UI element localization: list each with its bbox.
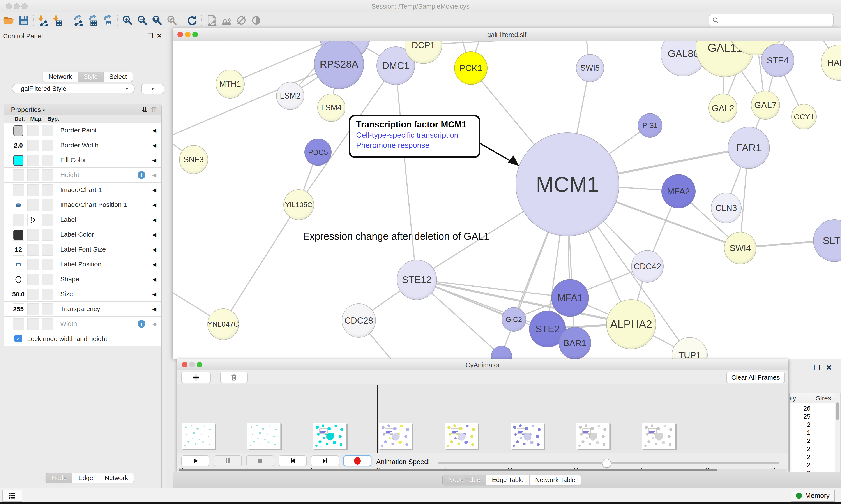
bypass-cell[interactable]	[42, 214, 53, 226]
zoom-out-icon[interactable]	[137, 15, 148, 26]
default-cell[interactable]	[13, 169, 24, 181]
frame-thumbnail-6[interactable]	[576, 423, 609, 449]
network-node-mfa2[interactable]: MFA2	[661, 174, 696, 209]
zoom-in-icon[interactable]	[122, 15, 133, 26]
bypass-cell[interactable]	[42, 303, 53, 315]
import-table-icon[interactable]	[52, 15, 64, 26]
mapping-cell[interactable]	[28, 274, 39, 285]
table-vertical-scrollbar[interactable]	[835, 393, 841, 473]
default-cell[interactable]	[13, 318, 24, 330]
property-row-fill-color[interactable]: Fill Color◀	[4, 153, 161, 168]
network-node-mcm1[interactable]: MCM1	[516, 132, 619, 236]
record-button[interactable]	[343, 455, 372, 466]
frame-thumbnail-2[interactable]	[313, 423, 346, 449]
frame-thumbnail-4[interactable]	[445, 423, 478, 449]
network-node-pdc5[interactable]: PDC5	[304, 139, 332, 166]
network-node-bar1[interactable]: BAR1	[559, 327, 591, 359]
mapping-cell[interactable]	[28, 184, 39, 196]
apply-layout-icon[interactable]	[186, 15, 198, 26]
frame-thumbnail-7[interactable]	[642, 423, 676, 449]
frame-thumbnail-3[interactable]	[379, 423, 412, 449]
expand-row-icon[interactable]: ◀	[153, 187, 156, 193]
import-network-icon[interactable]	[37, 15, 49, 26]
property-row-shape[interactable]: Shape◀	[4, 272, 161, 287]
default-cell[interactable]	[13, 199, 24, 211]
style-options-button[interactable]: ▾	[141, 84, 164, 94]
info-icon[interactable]: i	[138, 171, 145, 179]
expand-row-icon[interactable]: ◀	[153, 127, 156, 133]
add-frame-button[interactable]	[181, 372, 211, 383]
collapse-all-icon[interactable]: ⇈	[151, 106, 157, 114]
info-icon[interactable]: i	[138, 320, 145, 328]
expand-row-icon[interactable]: ◀	[153, 232, 156, 238]
mapping-cell[interactable]	[28, 289, 39, 300]
network-node-mth1[interactable]: MTH1	[216, 70, 245, 98]
default-cell[interactable]: 50.0	[13, 289, 24, 300]
bypass-cell[interactable]	[42, 274, 53, 285]
cyanimator-titlebar[interactable]: CyAnimator	[177, 360, 788, 370]
mapping-cell[interactable]	[28, 140, 39, 151]
mapping-cell[interactable]	[28, 244, 39, 255]
first-frame-button[interactable]	[279, 455, 307, 466]
network-node-swi4[interactable]: SWI4	[724, 232, 756, 264]
lock-size-checkbox[interactable]: ✓	[15, 335, 22, 342]
network-node-slt2[interactable]: SLT2	[813, 219, 841, 262]
bypass-cell[interactable]	[42, 125, 53, 137]
network-node-cdc28[interactable]: CDC28	[342, 303, 376, 338]
zoom-selected-icon[interactable]	[166, 15, 178, 26]
property-row-label-font-size[interactable]: 12Label Font Size◀	[4, 242, 161, 257]
float-panel-icon[interactable]: ❐	[814, 364, 826, 372]
network-node-swi5[interactable]: SWI5	[576, 54, 604, 82]
network-node-tup1[interactable]: TUP1	[672, 337, 708, 359]
network-node-ste12[interactable]: STE12	[397, 260, 437, 300]
default-cell[interactable]: 255	[13, 303, 24, 315]
table-cell[interactable]: 26	[789, 404, 810, 412]
property-row-image-chart-1[interactable]: Image/Chart 1◀	[4, 183, 161, 197]
frame-thumbnail-5[interactable]	[511, 423, 544, 449]
timeline-scrollbar[interactable]	[178, 469, 787, 472]
property-row-border-width[interactable]: 2.0Border Width◀	[4, 138, 161, 153]
property-row-border-paint[interactable]: Border Paint◀	[4, 123, 161, 138]
export-table-icon[interactable]	[87, 15, 99, 26]
mapping-cell[interactable]	[28, 259, 39, 270]
network-node-hap2[interactable]: HAP2	[821, 45, 841, 80]
network-node-pck1[interactable]: PCK1	[454, 51, 487, 85]
first-neighbors-icon[interactable]	[220, 15, 232, 26]
network-node-rps28a[interactable]: RPS28A	[314, 41, 364, 89]
expand-row-icon[interactable]: ◀	[153, 172, 156, 178]
expand-row-icon[interactable]: ◀	[153, 291, 156, 297]
network-file-icon[interactable]	[205, 15, 217, 26]
default-cell[interactable]	[13, 274, 24, 285]
tab-network-table[interactable]: Network Table	[529, 475, 581, 485]
network-node-lsm2[interactable]: LSM2	[276, 82, 304, 110]
table-cell[interactable]: 1	[789, 429, 810, 436]
properties-header[interactable]: Properties ▾ ⇊ ⇈	[4, 104, 161, 115]
network-node-alpha2[interactable]: ALPHA2	[606, 299, 656, 349]
table-cell[interactable]: 2	[789, 421, 810, 428]
default-cell[interactable]	[13, 155, 24, 166]
network-node-cln3[interactable]: CLN3	[711, 193, 741, 223]
mapping-cell[interactable]	[28, 199, 39, 211]
mapping-cell[interactable]	[28, 214, 39, 226]
tab-select[interactable]: Select	[103, 72, 133, 82]
property-row-label-color[interactable]: Label Color◀	[4, 227, 161, 242]
tab-style[interactable]: Style	[77, 72, 103, 82]
clear-all-frames-button[interactable]: Clear All Frames	[726, 372, 785, 383]
search-input[interactable]	[709, 14, 834, 26]
network-canvas[interactable]: RPS28AMTH1LSM2LSM4DMC1DCP1PCK1SWI5GAL80G…	[173, 41, 841, 359]
open-session-icon[interactable]	[3, 15, 15, 26]
property-row-height[interactable]: Heighti◀	[4, 168, 161, 183]
expand-row-icon[interactable]: ◀	[153, 262, 156, 268]
table-cell[interactable]: 2	[789, 437, 810, 445]
bypass-cell[interactable]	[42, 289, 53, 300]
expand-row-icon[interactable]: ◀	[153, 142, 156, 148]
mapping-cell[interactable]	[28, 229, 39, 240]
tab-edge-table[interactable]: Edge Table	[486, 475, 529, 485]
default-cell[interactable]	[13, 184, 24, 196]
export-network-icon[interactable]	[72, 15, 84, 26]
float-panel-icon[interactable]: ❐	[147, 32, 153, 40]
expand-row-icon[interactable]: ◀	[153, 217, 156, 223]
bypass-cell[interactable]	[42, 155, 53, 166]
table-cell[interactable]: 2	[789, 461, 810, 469]
tab-node-table[interactable]: Node Table	[443, 475, 486, 485]
